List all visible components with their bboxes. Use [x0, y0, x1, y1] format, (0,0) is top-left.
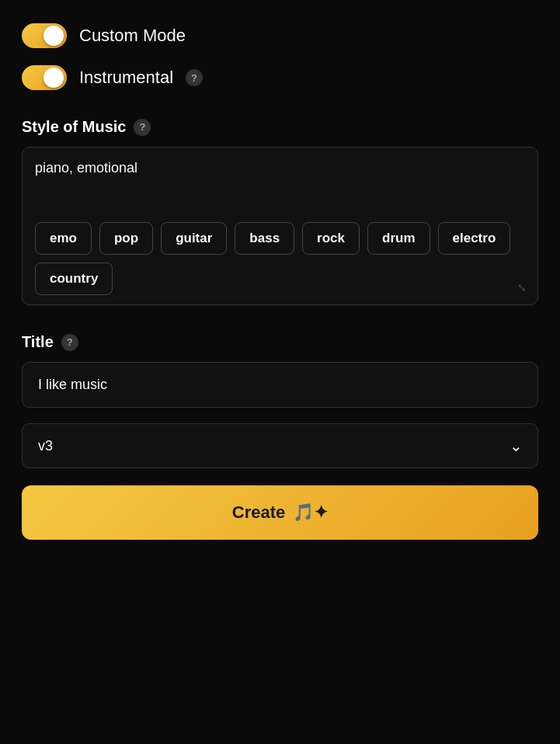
tag-drum[interactable]: drum: [367, 222, 430, 255]
tag-electro[interactable]: electro: [438, 222, 511, 255]
style-of-music-section: Style of Music ? piano, emotional ⤡ emo …: [22, 118, 538, 305]
tag-guitar[interactable]: guitar: [161, 222, 227, 255]
instrumental-row: Instrumental ?: [22, 65, 538, 90]
custom-mode-toggle[interactable]: [22, 23, 67, 48]
title-help-icon[interactable]: ?: [61, 334, 78, 351]
music-sparkle-icon: 🎵✦: [293, 502, 328, 523]
version-select-container: v3 v4 v2 v1 ⌄: [22, 423, 538, 468]
tag-rock[interactable]: rock: [302, 222, 360, 255]
resize-handle-icon: ⤡: [517, 281, 527, 294]
tag-country[interactable]: country: [35, 262, 113, 295]
style-textarea[interactable]: piano, emotional: [35, 160, 525, 207]
style-tags-row: emo pop guitar bass rock drum electro co…: [35, 222, 525, 295]
custom-mode-row: Custom Mode: [22, 23, 538, 48]
title-section: Title ?: [22, 333, 538, 408]
tag-pop[interactable]: pop: [99, 222, 153, 255]
tag-emo[interactable]: emo: [35, 222, 92, 255]
style-textarea-container: piano, emotional ⤡ emo pop guitar bass r…: [22, 147, 538, 305]
style-help-icon[interactable]: ?: [134, 119, 151, 136]
instrumental-help-icon[interactable]: ?: [186, 69, 203, 86]
create-button-label: Create: [232, 502, 285, 523]
instrumental-toggle[interactable]: [22, 65, 67, 90]
style-section-header: Style of Music ?: [22, 118, 538, 136]
title-section-title: Title: [22, 333, 54, 351]
title-input[interactable]: [22, 362, 538, 408]
style-section-title: Style of Music: [22, 118, 126, 136]
version-select[interactable]: v3 v4 v2 v1: [22, 423, 538, 468]
create-button[interactable]: Create 🎵✦: [22, 485, 538, 540]
tag-bass[interactable]: bass: [235, 222, 294, 255]
instrumental-label: Instrumental: [79, 68, 173, 88]
custom-mode-label: Custom Mode: [79, 26, 186, 46]
title-section-header: Title ?: [22, 333, 538, 351]
